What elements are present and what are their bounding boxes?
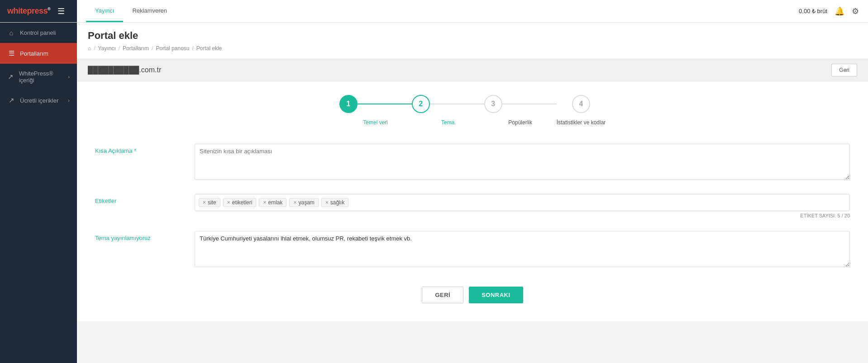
step-connector-2 bbox=[430, 104, 484, 104]
step-connector-3 bbox=[502, 104, 557, 104]
tag-remove-yasam[interactable]: × bbox=[293, 199, 296, 206]
label-etiketler: Etiketler bbox=[95, 194, 186, 204]
sidebar-item-label: Kontrol paneli bbox=[20, 29, 56, 36]
step-2-group: 2 Tema bbox=[412, 95, 484, 126]
tags-container[interactable]: × site × etiketleri × emlak × bbox=[195, 194, 850, 211]
sidebar-item-label: Ücretli içerikler bbox=[20, 97, 58, 104]
step-4-circle: 4 bbox=[572, 95, 590, 113]
step-1-group: 1 Temel veri bbox=[339, 95, 412, 126]
home-icon: ⌂ bbox=[7, 29, 15, 37]
list-icon: ☰ bbox=[7, 49, 15, 57]
back-button[interactable]: GERİ bbox=[422, 287, 463, 303]
form-row-etiketler: Etiketler × site × etiketleri × bbox=[95, 194, 850, 218]
field-etiketler: × site × etiketleri × emlak × bbox=[195, 194, 850, 218]
sidebar: ⌂ Kontrol paneli ☰ Portallarım ↗ WhitePr… bbox=[0, 23, 77, 363]
breadcrumb: ⌂ / Yayıncı / Portallarım / Portal panos… bbox=[88, 45, 857, 52]
external-icon-2: ↗ bbox=[7, 96, 15, 104]
form-area: 1 Temel veri 2 Tema 3 bbox=[77, 81, 868, 321]
step-3-group: 3 Popülerlik bbox=[484, 95, 557, 126]
breadcrumb-portal-panosu[interactable]: Portal panosu bbox=[156, 45, 189, 52]
step-connector-1 bbox=[358, 104, 412, 104]
next-button[interactable]: SONRAKI bbox=[469, 287, 523, 303]
tag-remove-saglik[interactable]: × bbox=[325, 199, 329, 206]
tag-emlak: × emlak bbox=[259, 198, 286, 207]
chevron-right-icon: › bbox=[68, 74, 70, 80]
field-tema: Türkiye Cumhuriyeti yasalarını ihlal etm… bbox=[195, 231, 850, 269]
logo-area: whitepress® ☰ bbox=[0, 0, 77, 22]
breadcrumb-home-icon: ⌂ bbox=[88, 45, 91, 52]
page-header: Portal ekle ⌂ / Yayıncı / Portallarım / … bbox=[77, 23, 868, 59]
domain-bar: ██████████.com.tr Geri bbox=[77, 59, 868, 81]
bell-icon[interactable]: 🔔 bbox=[835, 6, 844, 16]
logo-text: whitepress® bbox=[7, 6, 50, 16]
label-tema: Tema yayınlamıyoruz bbox=[95, 231, 186, 241]
tag-remove-site[interactable]: × bbox=[203, 199, 206, 206]
sidebar-item-whitepress-icerigi[interactable]: ↗ WhitePress® içeriği › bbox=[0, 64, 77, 90]
nav-right: 0,00 ₺ brüt 🔔 ⚙ bbox=[799, 6, 859, 16]
input-tema[interactable]: Türkiye Cumhuriyeti yasalarını ihlal etm… bbox=[195, 231, 850, 267]
sidebar-item-ucretli-icerikler[interactable]: ↗ Ücretli içerikler › bbox=[0, 90, 77, 111]
tag-site: × site bbox=[199, 198, 220, 207]
step-1-circle: 1 bbox=[339, 95, 358, 113]
step-1-label: Temel veri bbox=[363, 119, 388, 126]
domain-display: ██████████.com.tr bbox=[88, 66, 161, 74]
label-kisa-aciklama: Kısa Açıklama * bbox=[95, 144, 186, 154]
input-kisa-aciklama[interactable] bbox=[195, 144, 850, 180]
top-nav: whitepress® ☰ Yayıncı Reklamveren 0,00 ₺… bbox=[0, 0, 868, 23]
layout: ⌂ Kontrol paneli ☰ Portallarım ↗ WhitePr… bbox=[0, 23, 868, 363]
hamburger-icon[interactable]: ☰ bbox=[57, 6, 65, 16]
step-2-circle: 2 bbox=[412, 95, 430, 113]
balance-display: 0,00 ₺ brüt bbox=[799, 8, 827, 14]
chevron-right-icon-2: › bbox=[68, 98, 70, 103]
breadcrumb-yayinci[interactable]: Yayıncı bbox=[98, 45, 116, 52]
sidebar-item-portalarim[interactable]: ☰ Portallarım bbox=[0, 43, 77, 64]
external-icon: ↗ bbox=[7, 73, 14, 81]
sidebar-item-label: Portallarım bbox=[20, 50, 48, 57]
tag-saglik: × sağlık bbox=[321, 198, 348, 207]
form-row-tema: Tema yayınlamıyoruz Türkiye Cumhuriyeti … bbox=[95, 231, 850, 269]
tag-yasam: × yaşam bbox=[289, 198, 318, 207]
step-3-circle: 3 bbox=[484, 95, 502, 113]
tag-count: ETİKET SAYISI: 5 / 20 bbox=[195, 213, 850, 218]
breadcrumb-portalarim[interactable]: Portallarım bbox=[123, 45, 149, 52]
tag-remove-emlak[interactable]: × bbox=[263, 199, 266, 206]
page-title: Portal ekle bbox=[88, 30, 857, 42]
nav-tabs: Yayıncı Reklamveren bbox=[86, 0, 176, 22]
step-4-label: İstatistikler ve kodlar bbox=[557, 119, 606, 126]
step-4-group: 4 İstatistikler ve kodlar bbox=[557, 95, 606, 126]
sidebar-item-kontrol-paneli[interactable]: ⌂ Kontrol paneli bbox=[0, 23, 77, 43]
tag-etiketleri: × etiketleri bbox=[223, 198, 257, 207]
tab-reklamveren[interactable]: Reklamveren bbox=[123, 0, 176, 22]
form-actions: GERİ SONRAKI bbox=[95, 287, 850, 303]
stepper: 1 Temel veri 2 Tema 3 bbox=[95, 95, 850, 126]
back-top-button[interactable]: Geri bbox=[831, 64, 857, 76]
step-3-label: Popülerlik bbox=[508, 119, 532, 126]
tab-yayinci[interactable]: Yayıncı bbox=[86, 0, 123, 22]
form-row-kisa-aciklama: Kısa Açıklama * bbox=[95, 144, 850, 181]
step-2-label: Tema bbox=[441, 119, 454, 126]
field-kisa-aciklama bbox=[195, 144, 850, 181]
main-content: Portal ekle ⌂ / Yayıncı / Portallarım / … bbox=[77, 23, 868, 363]
sidebar-item-label: WhitePress® içeriği bbox=[19, 70, 64, 84]
breadcrumb-current: Portal ekle bbox=[196, 45, 222, 52]
tag-remove-etiketleri[interactable]: × bbox=[227, 199, 230, 206]
gear-icon[interactable]: ⚙ bbox=[852, 6, 859, 16]
